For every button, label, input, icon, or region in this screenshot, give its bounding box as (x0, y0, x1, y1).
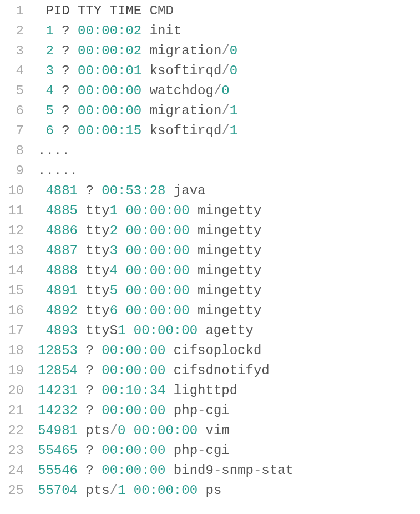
header-cols: PID TTY TIME (38, 3, 150, 18)
cmd: mingetty (198, 303, 261, 318)
pid: 4 (45, 83, 53, 98)
line-number: 19 (4, 361, 24, 381)
line-number: 17 (4, 321, 24, 341)
code-line: 3 ? 00:00:01 ksoftirqd/0 (38, 61, 420, 81)
tty-num: 0 (118, 423, 125, 438)
time: 00:00:15 (78, 123, 141, 138)
cmd-suffix: cgi (205, 403, 229, 418)
tty: ? (85, 183, 93, 198)
ellipsis: .... (38, 143, 70, 158)
tty-prefix: tty (85, 303, 109, 318)
line-number: 3 (4, 41, 24, 61)
code-line: 12854 ? 00:00:00 cifsdnotifyd (38, 361, 420, 381)
line-number: 22 (4, 421, 24, 441)
time: 00:00:00 (125, 243, 189, 258)
code-line: 4885 tty1 00:00:00 mingetty (38, 201, 420, 221)
time: 00:00:00 (102, 463, 165, 478)
line-number: 4 (4, 61, 24, 81)
cmd: php (174, 403, 198, 418)
time: 00:00:00 (125, 303, 189, 318)
tty-prefix: tty (85, 223, 109, 238)
code-line: 2 ? 00:00:02 migration/0 (38, 41, 420, 61)
cmd: mingetty (198, 223, 261, 238)
tty: ? (85, 383, 93, 398)
time: 00:00:00 (102, 343, 165, 358)
slash-sep: / (221, 63, 229, 78)
tty-prefix: ttyS (85, 323, 118, 338)
pid: 1 (45, 23, 53, 38)
dash-sep: - (254, 463, 261, 478)
pid: 4885 (45, 203, 78, 218)
code-line: 55465 ? 00:00:00 php-cgi (38, 441, 420, 461)
tty-num: 1 (118, 483, 125, 498)
pid: 6 (45, 123, 53, 138)
time: 00:00:00 (125, 283, 189, 298)
line-number: 16 (4, 301, 24, 321)
cmd: agetty (205, 323, 253, 338)
cmd-suffix: cgi (205, 443, 229, 458)
ellipsis: ..... (38, 163, 78, 178)
line-number: 7 (4, 121, 24, 141)
tty: ? (62, 83, 69, 98)
time: 00:00:00 (134, 483, 198, 498)
pid: 14232 (38, 403, 78, 418)
pid: 2 (45, 43, 53, 58)
code-line: 12853 ? 00:00:00 cifsoplockd (38, 341, 420, 361)
code-line: 14231 ? 00:10:34 lighttpd (38, 381, 420, 401)
tty-prefix: pts (85, 483, 109, 498)
tty-num: 3 (110, 243, 118, 258)
cmd-index: 1 (230, 103, 237, 118)
line-number: 13 (4, 241, 24, 261)
code-line: 4892 tty6 00:00:00 mingetty (38, 301, 420, 321)
code-line: 4886 tty2 00:00:00 mingetty (38, 221, 420, 241)
tty: ? (62, 23, 69, 38)
code-area: PID TTY TIME CMD 1 ? 00:00:02 init 2 ? 0… (31, 0, 420, 502)
pid: 4887 (45, 243, 78, 258)
time: 00:00:00 (102, 443, 165, 458)
time: 00:53:28 (102, 183, 165, 198)
time: 00:00:02 (78, 43, 141, 58)
code-line: PID TTY TIME CMD (38, 1, 420, 21)
line-number: 21 (4, 401, 24, 421)
line-number: 8 (4, 141, 24, 161)
tty: ? (62, 43, 69, 58)
slash-sep: / (110, 423, 118, 438)
line-number: 18 (4, 341, 24, 361)
pid: 55546 (38, 463, 78, 478)
code-line: 4893 ttyS1 00:00:00 agetty (38, 321, 420, 341)
cmd: migration (150, 43, 222, 58)
time: 00:00:01 (78, 63, 141, 78)
time: 00:00:02 (78, 23, 141, 38)
cmd-part: snmp (221, 463, 254, 478)
line-number: 10 (4, 181, 24, 201)
pid: 4892 (45, 303, 78, 318)
time: 00:00:00 (125, 263, 189, 278)
tty: ? (85, 463, 93, 478)
tty: ? (62, 63, 69, 78)
cmd-tail: stat (261, 463, 294, 478)
tty-prefix: tty (85, 243, 109, 258)
line-number: 24 (4, 461, 24, 481)
code-line: 4888 tty4 00:00:00 mingetty (38, 261, 420, 281)
line-number: 15 (4, 281, 24, 301)
line-number: 25 (4, 481, 24, 501)
tty: ? (85, 343, 93, 358)
time: 00:00:00 (125, 203, 189, 218)
cmd: ksoftirqd (150, 123, 222, 138)
cmd: mingetty (198, 283, 261, 298)
time: 00:00:00 (134, 323, 198, 338)
line-number: 6 (4, 101, 24, 121)
line-number: 20 (4, 381, 24, 401)
tty: ? (62, 103, 69, 118)
code-line: 14232 ? 00:00:00 php-cgi (38, 401, 420, 421)
cmd: ps (205, 483, 221, 498)
line-number: 5 (4, 81, 24, 101)
time: 00:10:34 (102, 383, 165, 398)
cmd: mingetty (198, 263, 261, 278)
tty-prefix: pts (85, 423, 109, 438)
tty-prefix: tty (85, 283, 109, 298)
tty-num: 4 (110, 263, 118, 278)
tty-num: 6 (110, 303, 118, 318)
slash-sep: / (221, 43, 229, 58)
cmd: cifsdnotifyd (174, 363, 270, 378)
